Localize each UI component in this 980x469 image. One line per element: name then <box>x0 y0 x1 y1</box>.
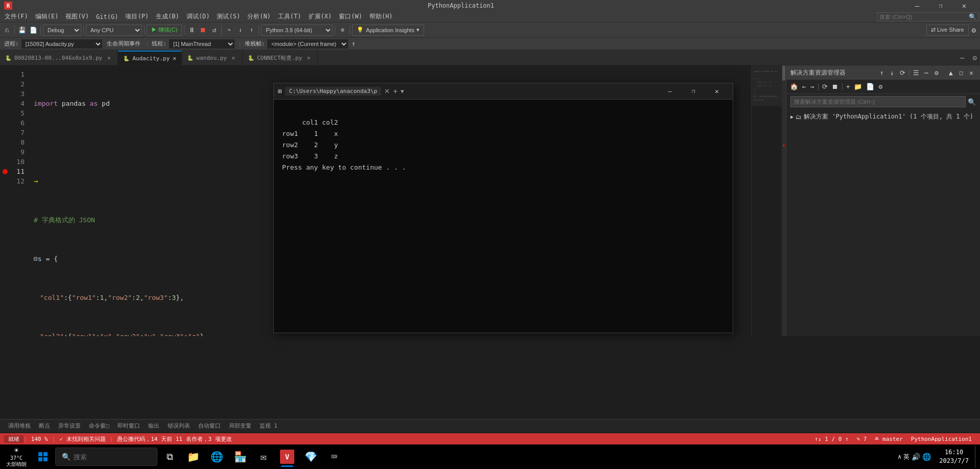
menu-project[interactable]: 项目(P) <box>122 11 152 22</box>
window-controls[interactable]: — ❐ ✕ <box>905 0 976 11</box>
tab-auto[interactable]: 自动窗口 <box>194 419 225 433</box>
env-icon[interactable]: ⚙ <box>337 25 347 35</box>
maximize-btn[interactable]: ❐ <box>929 0 952 11</box>
tab-exceptions[interactable]: 异常设置 <box>54 419 85 433</box>
taskbar-app-terminal[interactable]: ⌨ <box>323 445 345 468</box>
taskbar-search-input[interactable] <box>74 453 145 461</box>
menu-view[interactable]: 视图(V) <box>62 11 92 22</box>
panel-close-btn[interactable]: ▲ <box>946 69 955 77</box>
terminal-add-tab[interactable]: + <box>393 87 398 96</box>
menu-build[interactable]: 生成(B) <box>152 11 183 22</box>
save-icon[interactable]: 💾 <box>17 25 27 35</box>
taskbar-app-store[interactable]: 🏪 <box>229 445 251 468</box>
taskbar-clock[interactable]: 16:10 2023/7/7 <box>935 448 973 465</box>
sol-file-icon[interactable]: 📄 <box>865 83 876 90</box>
taskbar-taskview[interactable]: ⧉ <box>158 445 181 468</box>
sol-stop-icon[interactable]: ⏹ <box>830 83 840 90</box>
menu-analyze[interactable]: 分析(N) <box>244 11 274 22</box>
sol-refresh-icon[interactable]: ⟳ <box>821 83 829 90</box>
python-dropdown[interactable]: Python 3.9 (64-bit) <box>261 25 333 36</box>
search-input[interactable] <box>879 14 969 20</box>
stop-icon[interactable]: ⏹ <box>198 25 208 35</box>
status-project[interactable]: PythonApplication1 <box>907 436 976 442</box>
stack-up-icon[interactable]: ↑ <box>351 40 357 48</box>
tab-watch[interactable]: 监视 1 <box>255 419 282 433</box>
menu-git[interactable]: Git(G) <box>92 12 122 21</box>
insights-button[interactable]: 💡 Application Insights ▾ <box>352 25 424 36</box>
panel-down-icon[interactable]: ↓ <box>888 69 897 77</box>
undo-icon[interactable]: ⎌ <box>2 25 12 35</box>
tab-expand-btn[interactable]: ⋯ <box>957 54 967 62</box>
live-share-button[interactable]: ⇄ Live Share <box>926 25 969 36</box>
terminal-minimize[interactable]: — <box>658 83 682 100</box>
minimize-btn[interactable]: — <box>905 0 929 11</box>
menu-test[interactable]: 测试(S) <box>213 11 244 22</box>
tab-breakpoints[interactable]: 断点 <box>35 419 54 433</box>
terminal-close[interactable]: ✕ <box>705 83 729 100</box>
terminal-maximize[interactable]: ❐ <box>682 83 705 100</box>
tab-locals[interactable]: 局部变量 <box>225 419 255 433</box>
status-errors[interactable]: ✎ 7 <box>853 436 871 442</box>
tab-file1[interactable]: 🐍 00020813-00...046x0x1x9.py ✕ <box>0 51 118 65</box>
lifecycle-icon[interactable]: 生命周期事件 <box>105 40 143 48</box>
panel-filter-icon[interactable]: ☰ <box>912 69 921 77</box>
cpu-config-dropdown[interactable]: Any CPU <box>86 25 142 36</box>
terminal-dropdown[interactable]: ▾ <box>401 87 404 95</box>
save-all-icon[interactable]: 📄 <box>28 25 38 35</box>
panel-x-btn[interactable]: ✕ <box>967 69 976 77</box>
taskbar-weather[interactable]: ☀ 37°C 大部晴朗 <box>2 445 31 468</box>
status-ai[interactable]: 愚公搬代码，14 天前 11 名作者，3 项更改 <box>113 435 236 443</box>
taskbar-show-desktop[interactable] <box>975 445 978 468</box>
tab-immediate[interactable]: 即时窗口 <box>113 419 144 433</box>
sol-forward-icon[interactable]: → <box>809 83 816 90</box>
menu-file[interactable]: 文件(F) <box>1 11 32 22</box>
panel-settings-icon[interactable]: ⚙ <box>932 69 941 77</box>
taskbar-chevron-icon[interactable]: ∧ <box>898 453 901 460</box>
status-no-issues[interactable]: ✓ 未找到相关问题 <box>55 435 109 443</box>
terminal-close-tab[interactable]: ✕ <box>384 87 390 95</box>
taskbar-lang-icon[interactable]: 英 <box>903 453 909 461</box>
terminal-tab-label[interactable]: C:\Users\Happy\anaconda3\p <box>285 87 381 96</box>
tab-output[interactable]: 输出 <box>144 419 164 433</box>
tab-connect[interactable]: 🐍 CONNECT检查.py ✕ <box>243 51 318 65</box>
status-line-col[interactable]: ↑↓ 1 / 0 ↑ <box>810 436 852 442</box>
panel-more-icon[interactable]: ⋯ <box>922 69 931 77</box>
solution-search-input[interactable] <box>790 96 966 107</box>
step-out-icon[interactable]: ↑ <box>246 25 256 35</box>
menu-edit[interactable]: 编辑(E) <box>32 11 62 22</box>
sol-prop-icon[interactable]: ⚙ <box>877 83 884 90</box>
menu-debug[interactable]: 调试(D) <box>183 11 214 22</box>
close-btn[interactable]: ✕ <box>952 0 976 11</box>
tab3-close[interactable]: ✕ <box>230 54 237 61</box>
step-into-icon[interactable]: ↓ <box>235 25 245 35</box>
taskbar-app-edge[interactable]: 🌐 <box>205 445 228 468</box>
stack-select[interactable]: <module> (Current frame) <box>267 39 348 49</box>
tab-errors[interactable]: 错误列表 <box>164 419 194 433</box>
solution-search-btn[interactable]: 🔍 <box>968 98 976 106</box>
step-over-icon[interactable]: ↷ <box>224 25 234 35</box>
taskbar-app-vs[interactable]: V <box>276 445 298 468</box>
restart-icon[interactable]: ↺ <box>209 25 219 35</box>
process-select[interactable]: [15092] Audacity.py <box>21 39 103 49</box>
taskbar-app-jetbrains[interactable]: 💎 <box>299 445 322 468</box>
sol-back-icon[interactable]: ← <box>801 83 808 90</box>
tab-wandou[interactable]: 🐍 wandou.py ✕ <box>182 51 243 65</box>
toolbar-extra-icon[interactable]: ⚙ <box>970 26 978 34</box>
taskbar-windows-btn[interactable] <box>32 445 54 468</box>
menu-window[interactable]: 窗口(W) <box>335 11 366 22</box>
taskbar-network-icon[interactable]: 🌐 <box>922 453 931 461</box>
tab-command[interactable]: 命令窗□ <box>85 419 113 433</box>
menu-help[interactable]: 帮助(H) <box>366 11 396 22</box>
tab-settings-btn[interactable]: ⚙ <box>970 54 980 62</box>
sol-folder-icon[interactable]: 📁 <box>852 83 864 90</box>
sol-add-icon[interactable]: + <box>845 83 852 90</box>
status-zoom[interactable]: 140 % <box>27 436 52 442</box>
tab-callstack[interactable]: 调用堆栈 <box>4 419 35 433</box>
menu-extensions[interactable]: 扩展(X) <box>305 11 336 22</box>
panel-sync-icon[interactable]: ⟳ <box>898 69 907 77</box>
tab4-close[interactable]: ✕ <box>305 54 312 61</box>
tab1-close[interactable]: ✕ <box>105 54 112 61</box>
taskbar-app-mail[interactable]: ✉ <box>252 445 275 468</box>
debug-config-dropdown[interactable]: Debug <box>43 25 81 36</box>
taskbar-search-area[interactable]: 🔍 <box>55 448 157 466</box>
